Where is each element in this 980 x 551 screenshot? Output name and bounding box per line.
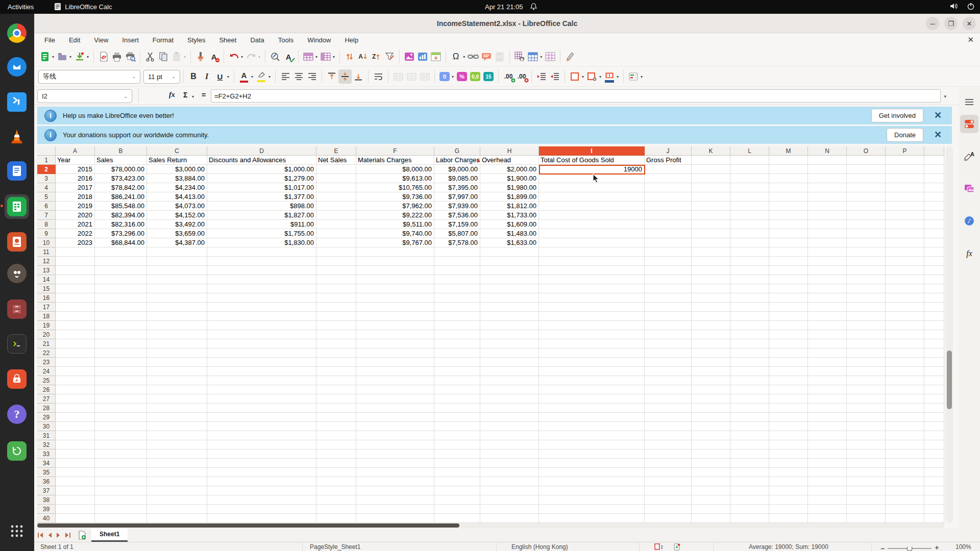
cell-partial-9[interactable] [924, 229, 944, 238]
cell-I39[interactable] [539, 505, 645, 514]
focused-app-indicator[interactable]: LibreOffice Calc [54, 3, 112, 11]
close-infobar-icon[interactable]: ✕ [934, 129, 942, 140]
cell-J30[interactable] [645, 422, 692, 431]
cell-F16[interactable] [356, 293, 434, 303]
cell-M12[interactable] [769, 257, 808, 266]
cell-D16[interactable] [207, 293, 316, 303]
cell-C15[interactable] [147, 284, 207, 293]
cell-N11[interactable] [808, 247, 847, 257]
cell-L6[interactable] [730, 202, 769, 211]
cell-A32[interactable] [56, 440, 95, 449]
row-header-37[interactable]: 37 [37, 486, 56, 495]
cell-C16[interactable] [147, 293, 207, 303]
insert-comment-icon[interactable] [480, 49, 493, 64]
cell-J35[interactable] [645, 468, 692, 477]
cell-L5[interactable] [730, 192, 769, 202]
cell-N17[interactable] [808, 303, 847, 312]
cell-E24[interactable] [316, 367, 356, 376]
cell-I11[interactable] [539, 247, 645, 257]
cell-H17[interactable] [480, 303, 539, 312]
cell-F27[interactable] [356, 394, 434, 404]
cell-J7[interactable] [645, 211, 692, 220]
cell-E16[interactable] [316, 293, 356, 303]
cell-O40[interactable] [847, 514, 886, 523]
cell-J21[interactable] [645, 339, 692, 348]
cell-A27[interactable] [56, 394, 95, 404]
cell-I13[interactable] [539, 266, 645, 275]
cell-J25[interactable] [645, 376, 692, 385]
cell-E32[interactable] [316, 440, 356, 449]
cell-N21[interactable] [808, 339, 847, 348]
cell-F20[interactable] [356, 330, 434, 339]
cell-P35[interactable] [886, 468, 924, 477]
find-replace-icon[interactable] [268, 49, 282, 64]
cell-D29[interactable] [207, 413, 316, 422]
cell-G18[interactable] [434, 312, 480, 321]
dock-updater-icon[interactable] [5, 439, 29, 463]
format-currency-dropdown[interactable]: ▾ [452, 74, 454, 79]
cell-M4[interactable] [769, 183, 808, 192]
cell-P26[interactable] [886, 385, 924, 394]
cell-A19[interactable] [56, 321, 95, 330]
cell-partial-26[interactable] [924, 385, 944, 394]
font-name-combo[interactable]: 等线⌄ [38, 70, 140, 84]
column-icon[interactable] [319, 49, 332, 64]
cell-G15[interactable] [434, 284, 480, 293]
cell-B32[interactable] [95, 440, 147, 449]
column-header-P[interactable]: P [886, 146, 924, 156]
cell-B35[interactable] [95, 468, 147, 477]
row-icon[interactable] [302, 49, 315, 64]
decrease-indent-icon[interactable] [548, 69, 561, 84]
cell-H13[interactable] [480, 266, 539, 275]
cell-C8[interactable]: $3,492.00 [147, 220, 207, 229]
dock-vlc-icon[interactable] [5, 124, 29, 148]
cell-E10[interactable] [316, 238, 356, 247]
cell-G9[interactable]: $5,807.00 [434, 229, 480, 238]
cell-H26[interactable] [480, 385, 539, 394]
cell-M25[interactable] [769, 376, 808, 385]
cell-A28[interactable] [56, 404, 95, 413]
row-header-35[interactable]: 35 [37, 468, 56, 477]
cell-P5[interactable] [886, 192, 924, 202]
cell-G39[interactable] [434, 505, 480, 514]
cell-P31[interactable] [886, 431, 924, 440]
cell-I26[interactable] [539, 385, 645, 394]
cell-B36[interactable] [95, 477, 147, 486]
cell-B28[interactable] [95, 404, 147, 413]
cell-partial-12[interactable] [924, 257, 944, 266]
cell-D33[interactable] [207, 449, 316, 459]
cell-E33[interactable] [316, 449, 356, 459]
cell-F8[interactable]: $9,511.00 [356, 220, 434, 229]
cell-O14[interactable] [847, 275, 886, 284]
cell-G25[interactable] [434, 376, 480, 385]
cell-K1[interactable] [692, 156, 730, 165]
cell-C32[interactable] [147, 440, 207, 449]
cell-B21[interactable] [95, 339, 147, 348]
cell-N16[interactable] [808, 293, 847, 303]
cell-I18[interactable] [539, 312, 645, 321]
cell-P17[interactable] [886, 303, 924, 312]
cell-C31[interactable] [147, 431, 207, 440]
cell-K37[interactable] [692, 486, 730, 495]
cell-O31[interactable] [847, 431, 886, 440]
cell-partial-39[interactable] [924, 505, 944, 514]
cell-E13[interactable] [316, 266, 356, 275]
cell-G34[interactable] [434, 459, 480, 468]
row-header-34[interactable]: 34 [37, 459, 56, 468]
underline-icon[interactable]: U [213, 69, 227, 84]
cell-O33[interactable] [847, 449, 886, 459]
sidebar-settings-icon[interactable] [960, 93, 978, 111]
cell-J31[interactable] [645, 431, 692, 440]
cell-C10[interactable]: $4,387.00 [147, 238, 207, 247]
cell-A31[interactable] [56, 431, 95, 440]
cell-M33[interactable] [769, 449, 808, 459]
cell-L29[interactable] [730, 413, 769, 422]
cell-L22[interactable] [730, 348, 769, 358]
cell-G17[interactable] [434, 303, 480, 312]
sort-icon[interactable] [343, 49, 356, 64]
cell-G13[interactable] [434, 266, 480, 275]
cell-K22[interactable] [692, 348, 730, 358]
cell-N12[interactable] [808, 257, 847, 266]
cell-D9[interactable]: $1,755.00 [207, 229, 316, 238]
cell-D2[interactable]: $1,000.00 [207, 165, 316, 174]
